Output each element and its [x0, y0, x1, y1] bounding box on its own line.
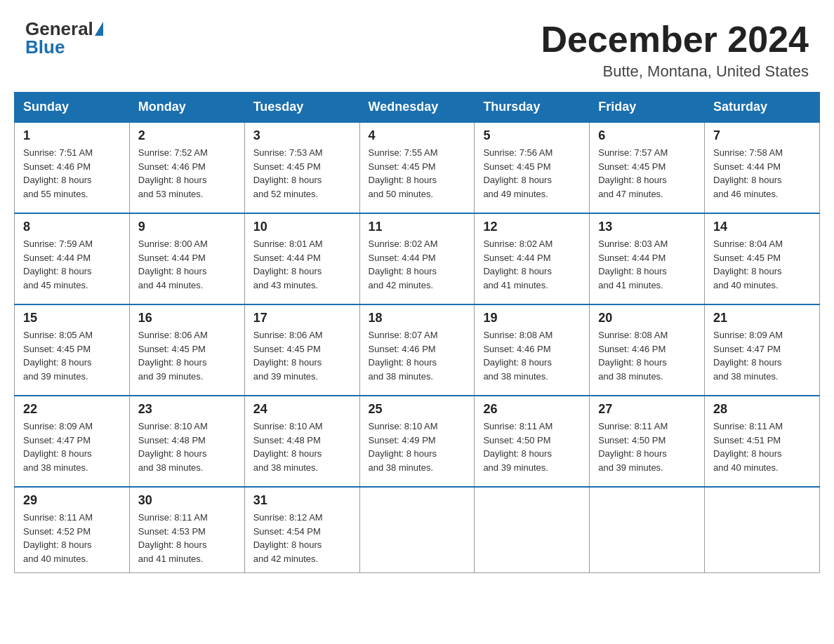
cell-date: 6: [598, 128, 696, 143]
cell-info: Sunrise: 7:52 AM Sunset: 4:46 PM Dayligh…: [138, 146, 236, 201]
table-row: 9 Sunrise: 8:00 AM Sunset: 4:44 PM Dayli…: [129, 213, 244, 304]
cell-date: 16: [138, 311, 236, 326]
page-header: General Blue December 2024 Butte, Montan…: [0, 0, 834, 92]
cell-info: Sunrise: 8:12 AM Sunset: 4:54 PM Dayligh…: [253, 511, 351, 565]
cell-date: 30: [138, 493, 236, 508]
cell-info: Sunrise: 8:10 AM Sunset: 4:49 PM Dayligh…: [369, 420, 466, 474]
header-monday: Monday: [129, 93, 244, 123]
logo-general-text: General: [25, 20, 93, 38]
cell-date: 28: [713, 402, 811, 417]
table-row: [590, 487, 705, 573]
cell-info: Sunrise: 8:06 AM Sunset: 4:45 PM Dayligh…: [138, 328, 236, 383]
table-row: 24 Sunrise: 8:10 AM Sunset: 4:48 PM Dayl…: [244, 396, 359, 487]
table-row: 16 Sunrise: 8:06 AM Sunset: 4:45 PM Dayl…: [129, 304, 244, 396]
cell-date: 13: [598, 220, 696, 234]
logo-blue-text: Blue: [25, 38, 65, 56]
day-header-row: Sunday Monday Tuesday Wednesday Thursday…: [15, 93, 820, 123]
cell-date: 23: [138, 402, 236, 417]
cell-date: 22: [23, 402, 121, 417]
cell-info: Sunrise: 8:10 AM Sunset: 4:48 PM Dayligh…: [253, 420, 351, 474]
month-title: December 2024: [541, 20, 809, 60]
cell-date: 18: [369, 311, 466, 326]
table-row: 28 Sunrise: 8:11 AM Sunset: 4:51 PM Dayl…: [705, 396, 820, 487]
table-row: 7 Sunrise: 7:58 AM Sunset: 4:44 PM Dayli…: [705, 122, 820, 213]
cell-info: Sunrise: 8:02 AM Sunset: 4:44 PM Dayligh…: [483, 237, 581, 292]
cell-date: 2: [138, 128, 236, 143]
cell-date: 8: [23, 220, 121, 234]
table-row: 14 Sunrise: 8:04 AM Sunset: 4:45 PM Dayl…: [705, 213, 820, 304]
cell-info: Sunrise: 8:02 AM Sunset: 4:44 PM Dayligh…: [369, 237, 466, 292]
cell-date: 7: [713, 128, 811, 143]
cell-date: 11: [369, 220, 466, 234]
cell-date: 5: [483, 128, 581, 143]
cell-info: Sunrise: 8:05 AM Sunset: 4:45 PM Dayligh…: [23, 328, 121, 383]
header-friday: Friday: [590, 93, 705, 123]
cell-date: 10: [253, 220, 351, 234]
logo-text: General: [25, 20, 105, 38]
cell-info: Sunrise: 8:00 AM Sunset: 4:44 PM Dayligh…: [138, 237, 236, 292]
cell-info: Sunrise: 8:11 AM Sunset: 4:51 PM Dayligh…: [713, 420, 811, 474]
cell-info: Sunrise: 7:57 AM Sunset: 4:45 PM Dayligh…: [598, 146, 696, 201]
table-row: 25 Sunrise: 8:10 AM Sunset: 4:49 PM Dayl…: [359, 396, 475, 487]
table-row: 3 Sunrise: 7:53 AM Sunset: 4:45 PM Dayli…: [244, 122, 359, 213]
calendar-table: Sunday Monday Tuesday Wednesday Thursday…: [14, 92, 820, 573]
table-row: 26 Sunrise: 8:11 AM Sunset: 4:50 PM Dayl…: [475, 396, 590, 487]
cell-date: 19: [483, 311, 581, 326]
cell-info: Sunrise: 8:11 AM Sunset: 4:50 PM Dayligh…: [483, 420, 581, 474]
table-row: 23 Sunrise: 8:10 AM Sunset: 4:48 PM Dayl…: [129, 396, 244, 487]
cell-info: Sunrise: 8:09 AM Sunset: 4:47 PM Dayligh…: [713, 328, 811, 383]
table-row: 18 Sunrise: 8:07 AM Sunset: 4:46 PM Dayl…: [359, 304, 475, 396]
calendar-container: Sunday Monday Tuesday Wednesday Thursday…: [0, 92, 834, 587]
header-saturday: Saturday: [705, 93, 820, 123]
table-row: [359, 487, 475, 573]
table-row: 6 Sunrise: 7:57 AM Sunset: 4:45 PM Dayli…: [590, 122, 705, 213]
cell-info: Sunrise: 8:04 AM Sunset: 4:45 PM Dayligh…: [713, 237, 811, 292]
table-row: 11 Sunrise: 8:02 AM Sunset: 4:44 PM Dayl…: [359, 213, 475, 304]
cell-date: 17: [253, 311, 351, 326]
cell-date: 29: [23, 493, 121, 508]
table-row: 19 Sunrise: 8:08 AM Sunset: 4:46 PM Dayl…: [475, 304, 590, 396]
table-row: 4 Sunrise: 7:55 AM Sunset: 4:45 PM Dayli…: [359, 122, 475, 213]
cell-info: Sunrise: 8:11 AM Sunset: 4:53 PM Dayligh…: [138, 511, 236, 565]
cell-date: 9: [138, 220, 236, 234]
location-title: Butte, Montana, United States: [541, 62, 809, 81]
cell-info: Sunrise: 8:11 AM Sunset: 4:52 PM Dayligh…: [23, 511, 121, 565]
cell-date: 15: [23, 311, 121, 326]
cell-date: 3: [253, 128, 351, 143]
cell-date: 26: [483, 402, 581, 417]
cell-date: 24: [253, 402, 351, 417]
table-row: [475, 487, 590, 573]
cell-date: 12: [483, 220, 581, 234]
cell-info: Sunrise: 8:06 AM Sunset: 4:45 PM Dayligh…: [253, 328, 351, 383]
table-row: 5 Sunrise: 7:56 AM Sunset: 4:45 PM Dayli…: [475, 122, 590, 213]
cell-date: 1: [23, 128, 121, 143]
cell-info: Sunrise: 8:01 AM Sunset: 4:44 PM Dayligh…: [253, 237, 351, 292]
header-tuesday: Tuesday: [244, 93, 359, 123]
table-row: 17 Sunrise: 8:06 AM Sunset: 4:45 PM Dayl…: [244, 304, 359, 396]
cell-info: Sunrise: 8:08 AM Sunset: 4:46 PM Dayligh…: [483, 328, 581, 383]
table-row: 12 Sunrise: 8:02 AM Sunset: 4:44 PM Dayl…: [475, 213, 590, 304]
table-row: 21 Sunrise: 8:09 AM Sunset: 4:47 PM Dayl…: [705, 304, 820, 396]
cell-date: 14: [713, 220, 811, 234]
table-row: 8 Sunrise: 7:59 AM Sunset: 4:44 PM Dayli…: [15, 213, 130, 304]
table-row: 2 Sunrise: 7:52 AM Sunset: 4:46 PM Dayli…: [129, 122, 244, 213]
table-row: 27 Sunrise: 8:11 AM Sunset: 4:50 PM Dayl…: [590, 396, 705, 487]
header-sunday: Sunday: [15, 93, 130, 123]
header-wednesday: Wednesday: [359, 93, 475, 123]
table-row: 30 Sunrise: 8:11 AM Sunset: 4:53 PM Dayl…: [129, 487, 244, 573]
cell-date: 27: [598, 402, 696, 417]
cell-date: 4: [369, 128, 466, 143]
header-thursday: Thursday: [475, 93, 590, 123]
table-row: 31 Sunrise: 8:12 AM Sunset: 4:54 PM Dayl…: [244, 487, 359, 573]
cell-info: Sunrise: 7:56 AM Sunset: 4:45 PM Dayligh…: [483, 146, 581, 201]
cell-info: Sunrise: 7:55 AM Sunset: 4:45 PM Dayligh…: [369, 146, 466, 201]
cell-info: Sunrise: 7:59 AM Sunset: 4:44 PM Dayligh…: [23, 237, 121, 292]
table-row: 10 Sunrise: 8:01 AM Sunset: 4:44 PM Dayl…: [244, 213, 359, 304]
table-row: 15 Sunrise: 8:05 AM Sunset: 4:45 PM Dayl…: [15, 304, 130, 396]
cell-info: Sunrise: 7:51 AM Sunset: 4:46 PM Dayligh…: [23, 146, 121, 201]
cell-info: Sunrise: 8:10 AM Sunset: 4:48 PM Dayligh…: [138, 420, 236, 474]
cell-info: Sunrise: 8:11 AM Sunset: 4:50 PM Dayligh…: [598, 420, 696, 474]
cell-date: 21: [713, 311, 811, 326]
table-row: 22 Sunrise: 8:09 AM Sunset: 4:47 PM Dayl…: [15, 396, 130, 487]
cell-info: Sunrise: 7:58 AM Sunset: 4:44 PM Dayligh…: [713, 146, 811, 201]
